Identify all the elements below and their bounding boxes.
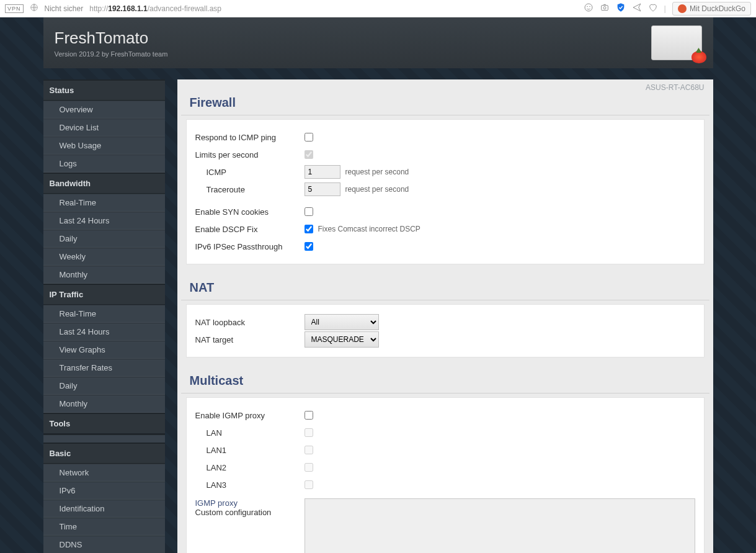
- textarea-igmp-custom[interactable]: [305, 498, 695, 553]
- svg-point-1: [585, 4, 592, 11]
- nav-section-bandwidth[interactable]: Bandwidth: [43, 173, 165, 194]
- nav-item-ddns[interactable]: DDNS: [43, 536, 165, 553]
- checkbox-lan[interactable]: [305, 428, 313, 437]
- tomato-icon: [692, 51, 706, 63]
- label-enable-igmp: Enable IGMP proxy: [195, 411, 305, 420]
- browser-toolbar-right: | Mit DuckDuckGo: [584, 2, 751, 16]
- hint-traceroute: request per second: [345, 185, 409, 194]
- brand-title: FreshTomato: [55, 29, 168, 48]
- checkbox-lan3[interactable]: [305, 480, 313, 489]
- content-pane: ASUS-RT-AC68U Firewall Respond to ICMP p…: [177, 79, 713, 553]
- panel-nat: NAT loopback All NAT target MASQUERADE: [186, 304, 705, 357]
- nav-item-logs[interactable]: Logs: [43, 155, 165, 173]
- checkbox-enable-igmp[interactable]: [305, 411, 313, 420]
- nav-item-ipv6[interactable]: IPv6: [43, 482, 165, 500]
- nav-item-ip-transfer[interactable]: Transfer Rates: [43, 359, 165, 377]
- nav-section-basic[interactable]: Basic: [43, 443, 165, 464]
- checkbox-ipv6-ipsec[interactable]: [305, 242, 313, 251]
- label-limits-per-second: Limits per second: [195, 150, 305, 160]
- nav-section-tools[interactable]: Tools: [43, 413, 165, 434]
- checkbox-respond-icmp[interactable]: [305, 133, 313, 142]
- label-traceroute: Traceroute: [195, 185, 305, 194]
- label-ipv6-ipsec: IPv6 IPSec Passthrough: [195, 242, 305, 251]
- shield-check-icon[interactable]: [616, 2, 626, 14]
- nav-item-network[interactable]: Network: [43, 464, 165, 482]
- hint-dscp-fix: Fixes Comcast incorrect DSCP: [318, 225, 420, 233]
- link-igmp-proxy[interactable]: IGMP proxy: [195, 498, 305, 508]
- smile-icon[interactable]: [584, 2, 594, 14]
- nav-item-bw-monthly[interactable]: Monthly: [43, 266, 165, 284]
- label-lan3: LAN3: [195, 480, 305, 490]
- nav-gap: [43, 434, 165, 443]
- nav-item-identification[interactable]: Identification: [43, 500, 165, 518]
- brand-subtitle: Version 2019.2 by FreshTomato team: [55, 50, 168, 58]
- url-host: 192.168.1.1: [108, 4, 147, 13]
- section-title-multicast: Multicast: [181, 370, 709, 393]
- label-nat-loopback: NAT loopback: [195, 318, 305, 327]
- nav-item-ip-monthly[interactable]: Monthly: [43, 395, 165, 413]
- security-warning-text: Nicht sicher: [45, 4, 84, 13]
- select-nat-loopback[interactable]: All: [305, 314, 379, 330]
- nav-item-bw-realtime[interactable]: Real-Time: [43, 194, 165, 212]
- svg-point-2: [587, 6, 587, 7]
- checkbox-lan2[interactable]: [305, 463, 313, 472]
- input-traceroute[interactable]: [305, 182, 340, 196]
- app-header: FreshTomato Version 2019.2 by FreshTomat…: [43, 17, 713, 68]
- label-igmp-custom: Custom configuration: [195, 508, 305, 517]
- label-lan2: LAN2: [195, 463, 305, 472]
- checkbox-syn-cookies[interactable]: [305, 207, 313, 216]
- checkbox-limits[interactable]: [305, 150, 313, 159]
- nav-item-ip-realtime[interactable]: Real-Time: [43, 305, 165, 323]
- nav-section-status[interactable]: Status: [43, 79, 165, 101]
- nav-section-iptraffic[interactable]: IP Traffic: [43, 284, 165, 305]
- label-dscp-fix: Enable DSCP Fix: [195, 225, 305, 234]
- nav-item-bw-daily[interactable]: Daily: [43, 230, 165, 248]
- nav-item-web-usage[interactable]: Web Usage: [43, 137, 165, 155]
- url-display[interactable]: http://192.168.1.1/advanced-firewall.asp: [89, 4, 221, 13]
- nav-item-ip-daily[interactable]: Daily: [43, 377, 165, 395]
- label-lan: LAN: [195, 428, 305, 438]
- sidebar-nav: Status Overview Device List Web Usage Lo…: [43, 79, 165, 553]
- hint-icmp: request per second: [345, 168, 409, 176]
- duckduckgo-label: Mit DuckDuckGo: [690, 4, 745, 13]
- label-nat-target: NAT target: [195, 335, 305, 344]
- globe-icon: [30, 3, 38, 14]
- url-scheme: http://: [89, 4, 108, 13]
- duckduckgo-icon: [678, 4, 687, 13]
- logo-device: [651, 25, 702, 60]
- section-title-firewall: Firewall: [181, 92, 709, 115]
- send-icon[interactable]: [632, 2, 642, 14]
- panel-multicast: Enable IGMP proxy LAN LAN1 LAN2: [186, 397, 705, 553]
- svg-point-5: [603, 7, 606, 9]
- heart-icon[interactable]: [648, 2, 658, 14]
- nav-item-bw-weekly[interactable]: Weekly: [43, 248, 165, 266]
- hostname-label: ASUS-RT-AC68U: [177, 79, 713, 92]
- svg-rect-4: [601, 6, 608, 11]
- checkbox-lan1[interactable]: [305, 446, 313, 454]
- nav-item-device-list[interactable]: Device List: [43, 119, 165, 137]
- panel-firewall: Respond to ICMP ping Limits per second I…: [186, 119, 705, 264]
- url-path: /advanced-firewall.asp: [148, 4, 221, 13]
- nav-item-ip-graphs[interactable]: View Graphs: [43, 341, 165, 359]
- browser-address-bar: VPN Nicht sicher http://192.168.1.1/adva…: [0, 0, 756, 17]
- label-syn-cookies: Enable SYN cookies: [195, 207, 305, 217]
- duckduckgo-search-button[interactable]: Mit DuckDuckGo: [672, 2, 751, 16]
- vpn-badge: VPN: [5, 4, 24, 13]
- toolbar-separator: |: [664, 4, 666, 13]
- camera-icon[interactable]: [600, 2, 610, 14]
- nav-item-ip-24h[interactable]: Last 24 Hours: [43, 323, 165, 341]
- input-icmp[interactable]: [305, 165, 340, 179]
- nav-item-bw-24h[interactable]: Last 24 Hours: [43, 212, 165, 230]
- svg-point-3: [589, 6, 590, 7]
- checkbox-dscp-fix[interactable]: [305, 225, 313, 233]
- nav-item-overview[interactable]: Overview: [43, 101, 165, 119]
- label-icmp: ICMP: [195, 168, 305, 177]
- select-nat-target[interactable]: MASQUERADE: [305, 331, 379, 348]
- section-title-nat: NAT: [181, 277, 709, 300]
- label-lan1: LAN1: [195, 446, 305, 455]
- label-respond-icmp: Respond to ICMP ping: [195, 133, 305, 142]
- nav-item-time[interactable]: Time: [43, 518, 165, 536]
